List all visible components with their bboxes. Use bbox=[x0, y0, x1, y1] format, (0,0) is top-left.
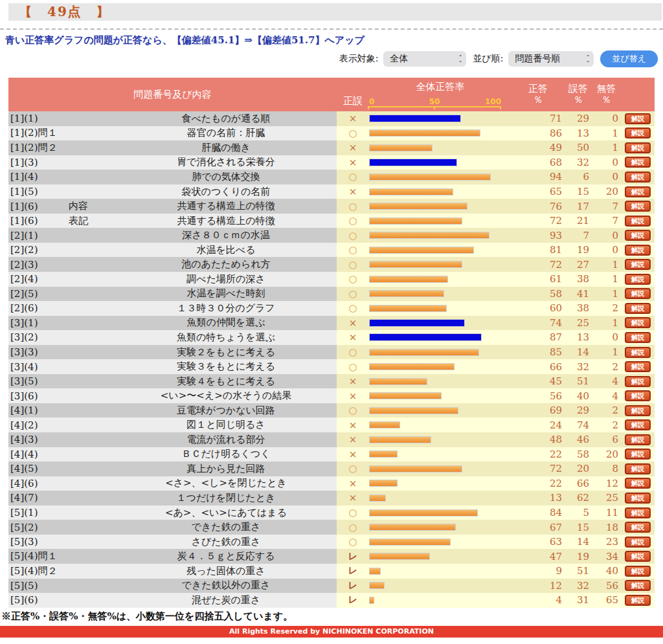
table-row: [1](2)問１ 器官の名前：肝臓 ○ 86 13 1 解説 bbox=[8, 126, 655, 141]
none-pct: 11 bbox=[592, 505, 621, 520]
none-pct: 0 bbox=[592, 228, 621, 243]
none-pct: 18 bbox=[592, 520, 621, 535]
rate-bar bbox=[369, 494, 386, 502]
question-content: 調べた場所の深さ bbox=[115, 273, 337, 285]
wrong-pct: 51 bbox=[565, 564, 592, 579]
explain-button[interactable]: 解説 bbox=[625, 449, 651, 460]
correctness-mark: × bbox=[349, 390, 357, 402]
correct-pct: 68 bbox=[511, 155, 565, 170]
explain-button[interactable]: 解説 bbox=[625, 522, 651, 533]
explain-button[interactable]: 解説 bbox=[625, 566, 651, 577]
correctness-mark: × bbox=[349, 375, 357, 387]
wrong-pct: 6 bbox=[565, 170, 592, 184]
explain-button[interactable]: 解説 bbox=[625, 580, 651, 591]
wrong-pct: 38 bbox=[565, 272, 592, 287]
results-table: 問題番号及び内容 正誤 全体正答率 0 50 100 正答％ 誤答％ 無答％ bbox=[8, 78, 655, 608]
correct-pct: 65 bbox=[511, 184, 565, 199]
explain-button[interactable]: 解説 bbox=[625, 245, 651, 256]
explain-button[interactable]: 解説 bbox=[625, 434, 651, 445]
explain-button[interactable]: 解説 bbox=[625, 172, 651, 183]
question-content: <あ>、<い>にあてはまる bbox=[115, 507, 337, 519]
explain-button[interactable]: 解説 bbox=[625, 332, 651, 343]
explain-button[interactable]: 解説 bbox=[625, 201, 651, 212]
table-row: [3](2) 魚類の特ちょうを選ぶ × 87 13 0 解説 bbox=[8, 330, 655, 345]
rate-bar bbox=[369, 392, 442, 399]
wrong-pct: 66 bbox=[565, 476, 592, 491]
question-content: 混ぜた炭の重さ bbox=[115, 594, 337, 606]
rate-bar bbox=[369, 450, 398, 458]
none-pct: 0 bbox=[592, 330, 621, 345]
question-number: [3](4) bbox=[8, 361, 69, 373]
explain-button[interactable]: 解説 bbox=[625, 113, 651, 124]
wrong-pct: 38 bbox=[565, 301, 592, 316]
correctness-mark: × bbox=[349, 419, 357, 431]
question-content: ＢＣだけ明るくつく bbox=[115, 448, 337, 460]
explain-button[interactable]: 解説 bbox=[625, 317, 651, 328]
explain-button[interactable]: 解説 bbox=[625, 390, 651, 401]
sort-order-select[interactable]: 問題番号順 ⌃⌄ bbox=[508, 51, 594, 67]
explain-button[interactable]: 解説 bbox=[625, 128, 651, 139]
rate-bar bbox=[369, 539, 451, 546]
wrong-pct: 15 bbox=[565, 520, 592, 535]
wrong-pct: 29 bbox=[565, 403, 592, 418]
question-content: さびた鉄の重さ bbox=[115, 536, 337, 548]
sort-button[interactable]: 並び替え bbox=[600, 50, 658, 67]
score-text: 【 49点 】 bbox=[19, 3, 111, 21]
explain-button[interactable]: 解説 bbox=[625, 303, 651, 314]
explain-button[interactable]: 解説 bbox=[625, 463, 651, 474]
wrong-pct: 5 bbox=[565, 505, 592, 520]
question-content: 共通する構造上の特徴 bbox=[115, 200, 337, 212]
explain-button[interactable]: 解説 bbox=[625, 230, 651, 241]
display-target-select[interactable]: 全体 ⌃⌄ bbox=[383, 51, 466, 67]
sort-order-value: 問題番号順 bbox=[515, 53, 560, 65]
correctness-mark: ○ bbox=[348, 405, 357, 416]
rate-bar bbox=[369, 129, 480, 137]
explain-button[interactable]: 解説 bbox=[625, 537, 651, 548]
explain-button[interactable]: 解説 bbox=[625, 216, 651, 227]
explain-button[interactable]: 解説 bbox=[625, 405, 651, 416]
rate-bar bbox=[369, 115, 461, 122]
explain-button[interactable]: 解説 bbox=[625, 419, 651, 430]
question-number: [4](3) bbox=[8, 434, 69, 445]
correct-pct: 49 bbox=[511, 140, 565, 155]
question-content: 食べたものが通る順 bbox=[115, 113, 337, 125]
explain-button[interactable]: 解説 bbox=[625, 288, 651, 299]
question-content: 共通する構造上の特徴 bbox=[115, 215, 337, 227]
explain-button[interactable]: 解説 bbox=[625, 186, 651, 197]
question-number: [4](7) bbox=[8, 492, 69, 504]
table-row: [2](6) １３時３０分のグラフ ○ 60 38 2 解説 bbox=[8, 301, 655, 316]
explain-button[interactable]: 解説 bbox=[625, 493, 651, 504]
none-pct: 40 bbox=[592, 564, 621, 579]
correctness-mark: レ bbox=[348, 565, 357, 577]
wrong-pct: 13 bbox=[565, 126, 592, 141]
none-pct: 4 bbox=[592, 388, 621, 403]
rate-bar bbox=[369, 407, 458, 414]
question-number: [5](4)問２ bbox=[8, 565, 69, 577]
wrong-pct: 19 bbox=[565, 243, 592, 258]
explain-button[interactable]: 解説 bbox=[625, 376, 651, 387]
correctness-mark: ○ bbox=[348, 507, 357, 518]
correctness-mark: × bbox=[349, 113, 357, 124]
table-row: [3](1) 魚類の仲間を選ぶ × 74 25 1 解説 bbox=[8, 316, 655, 331]
explain-button[interactable]: 解説 bbox=[625, 142, 651, 153]
explain-button[interactable]: 解説 bbox=[625, 361, 651, 372]
explain-button[interactable]: 解説 bbox=[625, 347, 651, 358]
explain-button[interactable]: 解説 bbox=[625, 259, 651, 270]
explain-button[interactable]: 解説 bbox=[625, 595, 651, 606]
correct-pct: 58 bbox=[511, 287, 565, 302]
rate-bar bbox=[369, 144, 433, 151]
explain-button[interactable]: 解説 bbox=[625, 507, 651, 518]
question-content: 真上から見た回路 bbox=[115, 463, 337, 475]
correctness-mark: ○ bbox=[348, 463, 357, 474]
none-pct: 20 bbox=[592, 184, 621, 199]
explain-button[interactable]: 解説 bbox=[625, 551, 651, 562]
none-pct: 56 bbox=[592, 579, 621, 594]
explain-button[interactable]: 解説 bbox=[625, 157, 651, 168]
correctness-mark: レ bbox=[348, 594, 357, 606]
question-number: [4](5) bbox=[8, 463, 69, 474]
explain-button[interactable]: 解説 bbox=[625, 274, 651, 285]
wrong-pct: 58 bbox=[565, 447, 592, 462]
correct-pct: 71 bbox=[511, 111, 565, 126]
question-number: [3](1) bbox=[8, 317, 69, 329]
explain-button[interactable]: 解説 bbox=[625, 478, 651, 489]
